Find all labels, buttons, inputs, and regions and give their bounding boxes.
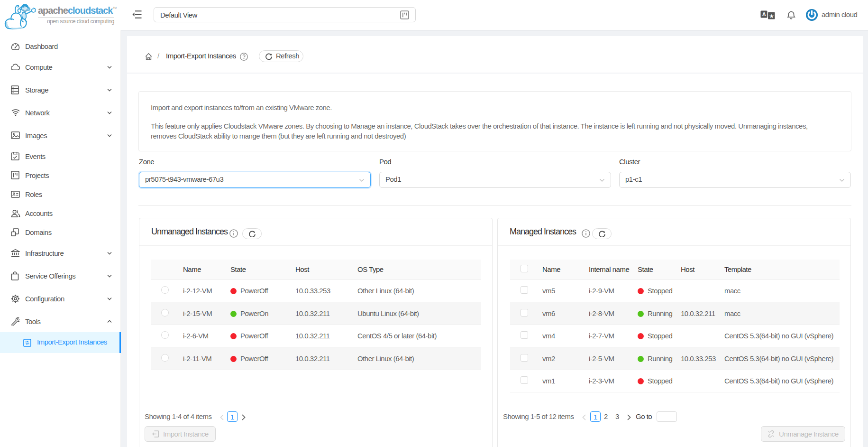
svg-text:A: A: [762, 11, 766, 17]
svg-text:★: ★: [769, 13, 774, 19]
